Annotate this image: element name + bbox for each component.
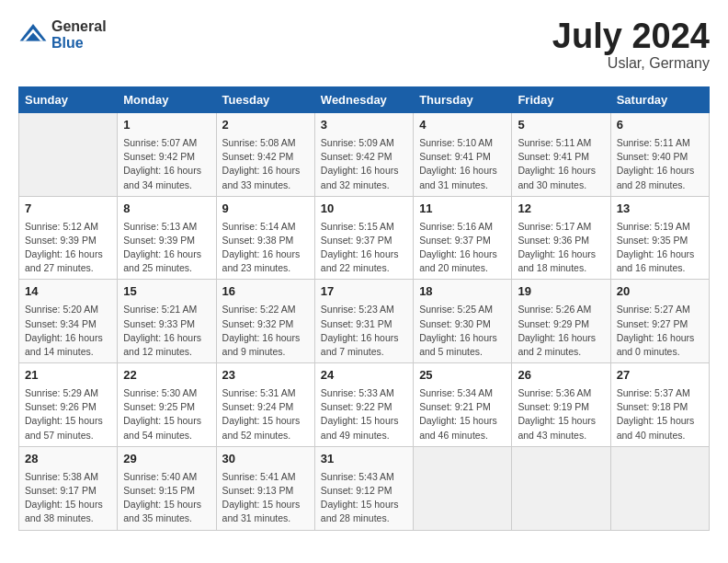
day-number: 4 <box>419 117 506 134</box>
calendar-cell: 9Sunrise: 5:14 AM Sunset: 9:38 PM Daylig… <box>216 196 314 280</box>
day-number: 17 <box>321 283 407 301</box>
day-number: 28 <box>25 451 111 468</box>
day-info: Sunrise: 5:21 AM Sunset: 9:33 PM Dayligh… <box>123 303 210 359</box>
day-number: 2 <box>222 117 309 134</box>
day-number: 31 <box>321 451 407 468</box>
page-header: General Blue July 2024 Uslar, Germany <box>18 18 710 72</box>
day-info: Sunrise: 5:11 AM Sunset: 9:40 PM Dayligh… <box>617 136 703 192</box>
location: Uslar, Germany <box>552 55 710 72</box>
day-info: Sunrise: 5:33 AM Sunset: 9:22 PM Dayligh… <box>321 386 407 442</box>
day-info: Sunrise: 5:26 AM Sunset: 9:29 PM Dayligh… <box>518 303 604 359</box>
day-number: 21 <box>25 367 111 385</box>
day-info: Sunrise: 5:40 AM Sunset: 9:15 PM Dayligh… <box>123 470 210 526</box>
day-number: 25 <box>419 367 506 385</box>
calendar-cell: 3Sunrise: 5:09 AM Sunset: 9:42 PM Daylig… <box>314 113 413 197</box>
calendar-cell: 1Sunrise: 5:07 AM Sunset: 9:42 PM Daylig… <box>118 113 216 197</box>
title-block: July 2024 Uslar, Germany <box>552 18 710 72</box>
calendar-table: SundayMondayTuesdayWednesdayThursdayFrid… <box>18 86 710 531</box>
calendar-cell <box>610 446 709 530</box>
weekday-header: Wednesday <box>314 87 413 113</box>
day-info: Sunrise: 5:17 AM Sunset: 9:36 PM Dayligh… <box>518 220 604 276</box>
calendar-week-row: 28Sunrise: 5:38 AM Sunset: 9:17 PM Dayli… <box>19 446 710 530</box>
day-info: Sunrise: 5:30 AM Sunset: 9:25 PM Dayligh… <box>123 386 210 442</box>
day-info: Sunrise: 5:09 AM Sunset: 9:42 PM Dayligh… <box>321 136 407 192</box>
logo-text: General Blue <box>51 18 107 51</box>
calendar-cell: 28Sunrise: 5:38 AM Sunset: 9:17 PM Dayli… <box>19 446 118 530</box>
day-info: Sunrise: 5:41 AM Sunset: 9:13 PM Dayligh… <box>222 470 309 526</box>
day-number: 13 <box>617 201 703 218</box>
day-number: 8 <box>123 201 210 218</box>
calendar-cell: 2Sunrise: 5:08 AM Sunset: 9:42 PM Daylig… <box>216 113 314 197</box>
weekday-header: Tuesday <box>216 87 314 113</box>
day-info: Sunrise: 5:16 AM Sunset: 9:37 PM Dayligh… <box>419 220 506 276</box>
calendar-week-row: 21Sunrise: 5:29 AM Sunset: 9:26 PM Dayli… <box>19 363 710 447</box>
day-number: 19 <box>518 283 604 301</box>
day-info: Sunrise: 5:43 AM Sunset: 9:12 PM Dayligh… <box>321 470 407 526</box>
day-number: 29 <box>123 451 210 468</box>
calendar-cell: 30Sunrise: 5:41 AM Sunset: 9:13 PM Dayli… <box>216 446 314 530</box>
logo-blue: Blue <box>51 35 107 52</box>
day-number: 15 <box>123 283 210 301</box>
day-info: Sunrise: 5:11 AM Sunset: 9:41 PM Dayligh… <box>518 136 604 192</box>
calendar-week-row: 7Sunrise: 5:12 AM Sunset: 9:39 PM Daylig… <box>19 196 710 280</box>
day-number: 18 <box>419 283 506 301</box>
calendar-cell: 18Sunrise: 5:25 AM Sunset: 9:30 PM Dayli… <box>414 280 512 363</box>
calendar-cell: 31Sunrise: 5:43 AM Sunset: 9:12 PM Dayli… <box>314 446 413 530</box>
calendar-cell: 23Sunrise: 5:31 AM Sunset: 9:24 PM Dayli… <box>216 363 314 447</box>
calendar-cell: 7Sunrise: 5:12 AM Sunset: 9:39 PM Daylig… <box>19 196 118 280</box>
day-info: Sunrise: 5:19 AM Sunset: 9:35 PM Dayligh… <box>617 220 703 276</box>
day-info: Sunrise: 5:36 AM Sunset: 9:19 PM Dayligh… <box>518 386 604 442</box>
day-info: Sunrise: 5:22 AM Sunset: 9:32 PM Dayligh… <box>222 303 309 359</box>
day-number: 27 <box>617 367 703 385</box>
day-info: Sunrise: 5:15 AM Sunset: 9:37 PM Dayligh… <box>321 220 407 276</box>
day-number: 6 <box>617 117 703 134</box>
calendar-cell: 13Sunrise: 5:19 AM Sunset: 9:35 PM Dayli… <box>610 196 709 280</box>
calendar-cell: 22Sunrise: 5:30 AM Sunset: 9:25 PM Dayli… <box>118 363 216 447</box>
day-number: 20 <box>617 283 703 301</box>
day-number: 5 <box>518 117 604 134</box>
weekday-header: Sunday <box>19 87 118 113</box>
day-number: 1 <box>123 117 210 134</box>
calendar-cell: 26Sunrise: 5:36 AM Sunset: 9:19 PM Dayli… <box>512 363 610 447</box>
day-info: Sunrise: 5:29 AM Sunset: 9:26 PM Dayligh… <box>25 386 111 442</box>
day-number: 30 <box>222 451 309 468</box>
calendar-cell: 17Sunrise: 5:23 AM Sunset: 9:31 PM Dayli… <box>314 280 413 363</box>
calendar-cell <box>19 113 118 197</box>
day-info: Sunrise: 5:38 AM Sunset: 9:17 PM Dayligh… <box>25 470 111 526</box>
calendar-cell: 12Sunrise: 5:17 AM Sunset: 9:36 PM Dayli… <box>512 196 610 280</box>
day-number: 26 <box>518 367 604 385</box>
weekday-header-row: SundayMondayTuesdayWednesdayThursdayFrid… <box>19 87 710 113</box>
day-info: Sunrise: 5:14 AM Sunset: 9:38 PM Dayligh… <box>222 220 309 276</box>
calendar-cell <box>512 446 610 530</box>
calendar-cell: 14Sunrise: 5:20 AM Sunset: 9:34 PM Dayli… <box>19 280 118 363</box>
calendar-week-row: 1Sunrise: 5:07 AM Sunset: 9:42 PM Daylig… <box>19 113 710 197</box>
day-info: Sunrise: 5:31 AM Sunset: 9:24 PM Dayligh… <box>222 386 309 442</box>
day-number: 24 <box>321 367 407 385</box>
day-info: Sunrise: 5:37 AM Sunset: 9:18 PM Dayligh… <box>617 386 703 442</box>
calendar-cell: 11Sunrise: 5:16 AM Sunset: 9:37 PM Dayli… <box>414 196 512 280</box>
day-info: Sunrise: 5:27 AM Sunset: 9:27 PM Dayligh… <box>617 303 703 359</box>
calendar-cell: 10Sunrise: 5:15 AM Sunset: 9:37 PM Dayli… <box>314 196 413 280</box>
logo-general: General <box>51 18 107 35</box>
calendar-cell: 8Sunrise: 5:13 AM Sunset: 9:39 PM Daylig… <box>118 196 216 280</box>
calendar-cell: 21Sunrise: 5:29 AM Sunset: 9:26 PM Dayli… <box>19 363 118 447</box>
logo: General Blue <box>18 18 107 51</box>
calendar-cell: 27Sunrise: 5:37 AM Sunset: 9:18 PM Dayli… <box>610 363 709 447</box>
calendar-cell: 19Sunrise: 5:26 AM Sunset: 9:29 PM Dayli… <box>512 280 610 363</box>
day-number: 16 <box>222 283 309 301</box>
weekday-header: Monday <box>118 87 216 113</box>
day-number: 7 <box>25 201 111 218</box>
calendar-cell: 15Sunrise: 5:21 AM Sunset: 9:33 PM Dayli… <box>118 280 216 363</box>
day-info: Sunrise: 5:13 AM Sunset: 9:39 PM Dayligh… <box>123 220 210 276</box>
calendar-cell <box>414 446 512 530</box>
calendar-cell: 5Sunrise: 5:11 AM Sunset: 9:41 PM Daylig… <box>512 113 610 197</box>
calendar-cell: 29Sunrise: 5:40 AM Sunset: 9:15 PM Dayli… <box>118 446 216 530</box>
day-info: Sunrise: 5:12 AM Sunset: 9:39 PM Dayligh… <box>25 220 111 276</box>
day-info: Sunrise: 5:20 AM Sunset: 9:34 PM Dayligh… <box>25 303 111 359</box>
day-info: Sunrise: 5:07 AM Sunset: 9:42 PM Dayligh… <box>123 136 210 192</box>
day-number: 3 <box>321 117 407 134</box>
weekday-header: Friday <box>512 87 610 113</box>
calendar-week-row: 14Sunrise: 5:20 AM Sunset: 9:34 PM Dayli… <box>19 280 710 363</box>
day-number: 14 <box>25 283 111 301</box>
weekday-header: Saturday <box>610 87 709 113</box>
